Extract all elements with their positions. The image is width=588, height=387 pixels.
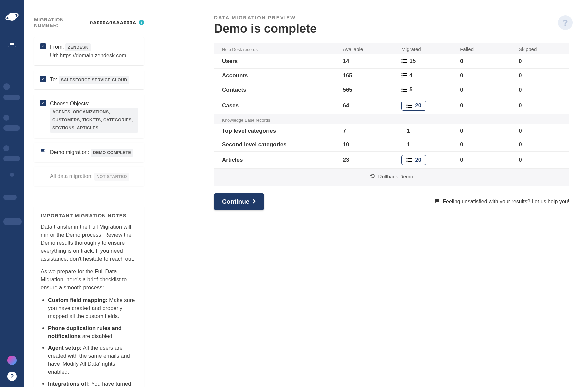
cell-available: 7 <box>335 124 394 138</box>
all-data-value: NOT STARTED <box>94 173 129 181</box>
cell-migrated[interactable]: 20 <box>393 97 452 114</box>
cell-name: Top level categories <box>214 124 335 138</box>
cell-migrated[interactable]: 15 <box>393 54 452 69</box>
records-table: Help Desk records Available Migrated Fai… <box>214 43 569 114</box>
svg-rect-27 <box>408 104 412 104</box>
app-logo-icon <box>5 10 19 25</box>
migrated-pill[interactable]: 20 <box>401 155 426 165</box>
to-label: To: <box>50 77 57 82</box>
svg-point-14 <box>402 76 403 77</box>
svg-rect-15 <box>403 73 407 74</box>
migrated-pill[interactable]: 20 <box>401 101 426 111</box>
cell-name: Accounts <box>214 69 335 83</box>
cell-name: Contacts <box>214 83 335 97</box>
notes-p1: Data transfer in the Full Migration will… <box>41 223 137 263</box>
svg-rect-33 <box>408 158 412 159</box>
table-row: Users14 1500 <box>214 54 569 69</box>
chevron-right-icon <box>253 198 256 205</box>
migrated-link[interactable]: 5 <box>401 86 412 93</box>
svg-point-18 <box>402 87 403 88</box>
table-row: Contacts565 500 <box>214 83 569 97</box>
chat-icon <box>434 198 440 205</box>
records-panel: Help Desk records Available Migrated Fai… <box>214 43 569 186</box>
help-bubble-icon[interactable]: ? <box>558 15 573 30</box>
cell-migrated[interactable]: 20 <box>393 152 452 169</box>
notes-title: IMPORTANT MIGRATION NOTES <box>41 213 137 218</box>
page-title: Demo is complete <box>214 22 569 36</box>
continue-button[interactable]: Continue <box>214 193 264 210</box>
col-records: Help Desk records <box>214 43 335 54</box>
notes-item: Integrations off: You have turned off al… <box>48 380 137 387</box>
nav-rail: ? <box>0 0 24 387</box>
step-demo[interactable]: Demo migration: DEMO COMPLETE <box>34 143 144 162</box>
svg-point-32 <box>407 161 408 162</box>
demo-value: DEMO COMPLETE <box>91 149 133 157</box>
svg-point-20 <box>402 91 403 92</box>
cell-migrated[interactable]: 5 <box>393 83 452 97</box>
svg-rect-29 <box>408 107 412 108</box>
cell-available: 165 <box>335 69 393 83</box>
kb-table: Top level categories7100Second level cat… <box>214 124 569 169</box>
svg-point-8 <box>402 62 403 63</box>
step-objects[interactable]: ✓ Choose Objects: AGENTS, ORGANIZATIONS,… <box>34 94 144 138</box>
list-nav-icon[interactable] <box>7 38 17 48</box>
from-value: ZENDESK <box>65 43 91 51</box>
step-from[interactable]: ✓ From: ZENDESK Url: https://domain.zend… <box>34 37 144 65</box>
col-available: Available <box>335 43 393 54</box>
svg-point-13 <box>402 75 403 76</box>
step-to[interactable]: ✓ To: SALESFORCE SERVICE CLOUD <box>34 70 144 89</box>
cell-failed: 0 <box>452 124 511 138</box>
svg-rect-10 <box>403 61 407 61</box>
demo-label: Demo migration: <box>50 149 89 155</box>
cell-migrated[interactable]: 1 <box>393 124 452 138</box>
step-all-data: All data migration: NOT STARTED <box>34 167 144 186</box>
migration-number-value: 0A000A0AAA000A <box>90 20 136 25</box>
cell-failed: 0 <box>452 138 511 152</box>
svg-point-7 <box>402 60 403 61</box>
svg-rect-17 <box>403 77 407 77</box>
cell-name: Second level categories <box>214 138 335 152</box>
left-panel: MIGRATION NUMBER: 0A000A0AAA000A i ✓ Fro… <box>24 0 154 387</box>
cell-migrated[interactable]: 1 <box>393 138 452 152</box>
table-row: Cases64 2000 <box>214 97 569 114</box>
migrated-link[interactable]: 15 <box>401 58 416 64</box>
check-icon: ✓ <box>40 100 46 106</box>
table-row: Top level categories7100 <box>214 124 569 138</box>
svg-point-6 <box>402 59 403 60</box>
cell-available: 10 <box>335 138 394 152</box>
help-icon[interactable]: ? <box>7 372 17 381</box>
svg-rect-34 <box>408 160 412 160</box>
flag-icon <box>40 149 46 155</box>
col-failed: Failed <box>452 43 511 54</box>
rollback-link[interactable]: Rollback Demo <box>370 173 413 180</box>
cell-skipped: 0 <box>511 124 569 138</box>
cell-available: 23 <box>335 152 394 169</box>
cell-available: 565 <box>335 83 393 97</box>
check-icon: ✓ <box>40 76 46 82</box>
cell-skipped: 0 <box>511 97 569 114</box>
feedback-link[interactable]: Feeling unsatisfied with your results? L… <box>434 198 569 205</box>
continue-label: Continue <box>222 198 249 205</box>
table-row: Second level categories10100 <box>214 138 569 152</box>
migrated-link[interactable]: 4 <box>401 72 412 79</box>
col-skipped: Skipped <box>511 43 569 54</box>
cell-skipped: 0 <box>511 54 569 69</box>
notes-p2: As we prepare for the Full Data Migratio… <box>41 268 137 292</box>
user-avatar[interactable] <box>7 356 17 365</box>
info-icon[interactable]: i <box>139 20 144 25</box>
svg-point-24 <box>407 103 408 104</box>
cell-migrated[interactable]: 4 <box>393 69 452 83</box>
svg-rect-21 <box>403 88 407 88</box>
to-value: SALESFORCE SERVICE CLOUD <box>59 76 130 84</box>
objects-value: AGENTS, ORGANIZATIONS, CUSTOMERS, TICKET… <box>50 108 138 133</box>
undo-icon <box>370 173 375 180</box>
notes-item: Agent setup: All the users are created w… <box>48 344 137 376</box>
feedback-text: Feeling unsatisfied with your results? L… <box>443 199 569 205</box>
cell-failed: 0 <box>452 152 511 169</box>
from-label: From: <box>50 44 64 50</box>
notes-item: Phone duplication rules and notification… <box>48 324 137 340</box>
notes-item: Custom field mapping: Make sure you have… <box>48 296 137 320</box>
main-content: ? DATA MIGRATION PREVIEW Demo is complet… <box>154 0 588 387</box>
svg-rect-11 <box>403 62 407 63</box>
url-value: https://domain.zendesk.com <box>60 53 126 58</box>
